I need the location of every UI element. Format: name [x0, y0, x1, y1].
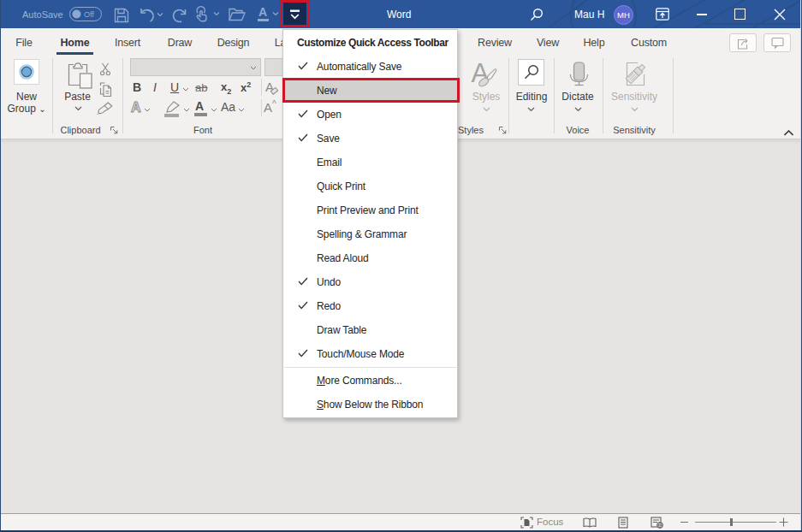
svg-text:Off: Off [84, 10, 94, 19]
